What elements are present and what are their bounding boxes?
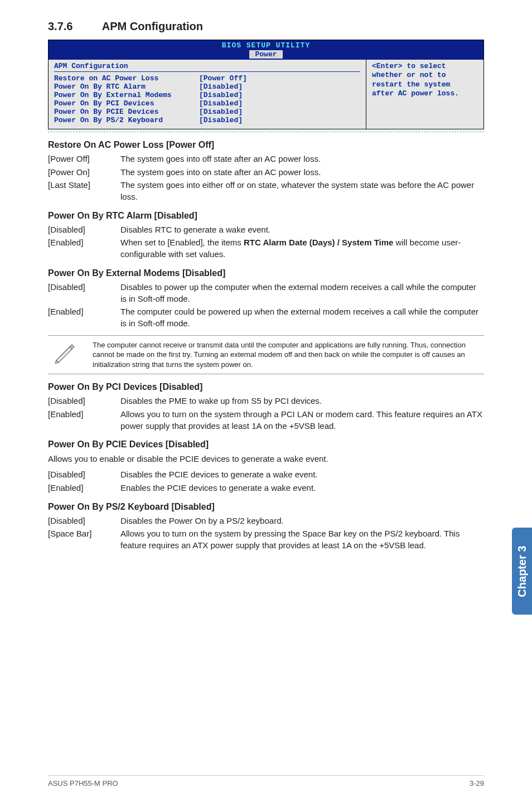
option-row: [Space Bar] Allows you to turn on the sy… xyxy=(48,528,484,551)
option-term: [Last State] xyxy=(48,180,120,202)
note-pencil-icon xyxy=(48,340,81,363)
option-heading: Power On By PS/2 Keyboard [Disabled] xyxy=(48,502,484,512)
option-row: [Disabled] Disables RTC to generate a wa… xyxy=(48,224,484,236)
divider-dashed xyxy=(48,132,484,132)
text: When set to [Enabled], the items xyxy=(120,238,244,247)
option-def: Enables the PCIE devices to generate a w… xyxy=(120,482,484,494)
option-row: [Disabled] Disables to power up the comp… xyxy=(48,282,484,305)
bios-setting-value: [Disabled] xyxy=(199,99,243,108)
section-title: APM Configuration xyxy=(102,20,203,32)
option-def: The computer could be powered up when th… xyxy=(120,306,484,329)
option-row: [Enabled] Enables the PCIE devices to ge… xyxy=(48,482,484,494)
option-term: [Disabled] xyxy=(48,224,120,236)
option-term: [Disabled] xyxy=(48,469,120,481)
note-text: The computer cannot receive or transmit … xyxy=(93,340,484,370)
bios-setting-key: Restore on AC Power Loss xyxy=(54,74,199,83)
option-term: [Disabled] xyxy=(48,282,120,305)
section-number: 3.7.6 xyxy=(48,20,99,33)
option-row: [Enabled] The computer could be powered … xyxy=(48,306,484,329)
option-term: [Disabled] xyxy=(48,395,120,407)
option-row: [Disabled] Disables the PME to wake up f… xyxy=(48,395,484,407)
note-block: The computer cannot receive or transmit … xyxy=(48,335,484,375)
option-def: The system goes into off state after an … xyxy=(120,153,484,165)
option-row: [Enabled] Allows you to turn on the syst… xyxy=(48,409,484,432)
bios-help-line: restart the system xyxy=(372,80,478,89)
page-footer: ASUS P7H55-M PRO 3-29 xyxy=(48,775,484,787)
option-heading: Restore On AC Power Loss [Power Off] xyxy=(48,140,484,150)
bios-setting-key: Power On By PCIE Devices xyxy=(54,108,199,116)
bios-pane-heading: APM Configuration xyxy=(54,62,360,72)
chapter-side-label: Chapter 3 xyxy=(516,545,529,597)
option-intro: Allows you to enable or disable the PCIE… xyxy=(48,453,484,465)
option-def: Allows you to turn on the system by pres… xyxy=(120,528,484,551)
option-term: [Enabled] xyxy=(48,409,120,432)
option-heading: Power On By PCI Devices [Disabled] xyxy=(48,382,484,392)
option-row: [Enabled] When set to [Enabled], the ite… xyxy=(48,237,484,260)
bios-setting-value: [Disabled] xyxy=(199,116,243,124)
option-heading: Power On By RTC Alarm [Disabled] xyxy=(48,211,484,221)
bios-setting-key: Power On By RTC Alarm xyxy=(54,83,199,91)
option-def: Disables the Power On by a PS/2 keyboard… xyxy=(120,515,484,527)
bios-setting-key: Power On By PS/2 Keyboard xyxy=(54,116,199,124)
option-term: [Power On] xyxy=(48,167,120,178)
section-heading: 3.7.6 APM Configuration xyxy=(48,20,484,33)
bios-tab-row: Power xyxy=(49,50,483,60)
option-row: [Power On] The system goes into on state… xyxy=(48,167,484,178)
option-def: Allows you to turn on the system through… xyxy=(120,409,484,432)
option-term: [Enabled] xyxy=(48,237,120,260)
option-def: Disables to power up the computer when t… xyxy=(120,282,484,305)
option-row: [Power Off] The system goes into off sta… xyxy=(48,153,484,165)
option-def: Disables the PME to wake up from S5 by P… xyxy=(120,395,484,407)
bios-panel: BIOS SETUP UTILITY Power APM Configurati… xyxy=(48,40,484,129)
bios-help-line: after AC power loss. xyxy=(372,89,478,98)
bios-help-pane: <Enter> to select whether or not to rest… xyxy=(366,60,483,129)
option-term: [Enabled] xyxy=(48,306,120,329)
bios-setting-row: Power On By External Modems [Disabled] xyxy=(54,91,360,99)
footer-right: 3-29 xyxy=(470,779,484,787)
option-def: When set to [Enabled], the items RTC Ala… xyxy=(120,237,484,260)
option-term: [Disabled] xyxy=(48,515,120,527)
chapter-side-tab: Chapter 3 xyxy=(512,528,532,615)
bios-title: BIOS SETUP UTILITY xyxy=(49,40,483,50)
bios-help-line: <Enter> to select xyxy=(372,62,478,71)
bios-setting-row: Power On By PS/2 Keyboard [Disabled] xyxy=(54,116,360,124)
option-heading: Power On By External Modems [Disabled] xyxy=(48,268,484,278)
bios-setting-row: Power On By PCIE Devices [Disabled] xyxy=(54,108,360,116)
bios-setting-row: Power On By RTC Alarm [Disabled] xyxy=(54,83,360,91)
bios-help-line: whether or not to xyxy=(372,71,478,80)
bios-setting-value: [Disabled] xyxy=(199,108,243,116)
bios-setting-value: [Disabled] xyxy=(199,91,243,99)
option-row: [Last State] The system goes into either… xyxy=(48,180,484,202)
bios-setting-value: [Disabled] xyxy=(199,83,243,91)
option-def: The system goes into on state after an A… xyxy=(120,167,484,178)
option-term: [Space Bar] xyxy=(48,528,120,551)
bios-setting-row: Power On By PCI Devices [Disabled] xyxy=(54,99,360,108)
bios-setting-row: Restore on AC Power Loss [Power Off] xyxy=(54,74,360,83)
bios-setting-key: Power On By External Modems xyxy=(54,91,199,99)
option-def: The system goes into either off or on st… xyxy=(120,180,484,202)
option-term: [Power Off] xyxy=(48,153,120,165)
footer-left: ASUS P7H55-M PRO xyxy=(48,779,118,787)
option-term: [Enabled] xyxy=(48,482,120,494)
option-heading: Power On By PCIE Devices [Disabled] xyxy=(48,439,484,450)
bios-tab-power: Power xyxy=(249,50,282,59)
option-row: [Disabled] Disables the Power On by a PS… xyxy=(48,515,484,527)
bios-setting-value: [Power Off] xyxy=(199,74,247,83)
bios-left-pane: APM Configuration Restore on AC Power Lo… xyxy=(49,60,366,129)
option-def: Disables the PCIE devices to generate a … xyxy=(120,469,484,481)
bios-setting-key: Power On By PCI Devices xyxy=(54,99,199,108)
option-row: [Disabled] Disables the PCIE devices to … xyxy=(48,469,484,481)
bold-text: RTC Alarm Date (Days) / System Time xyxy=(244,238,393,247)
option-def: Disables RTC to generate a wake event. xyxy=(120,224,484,236)
